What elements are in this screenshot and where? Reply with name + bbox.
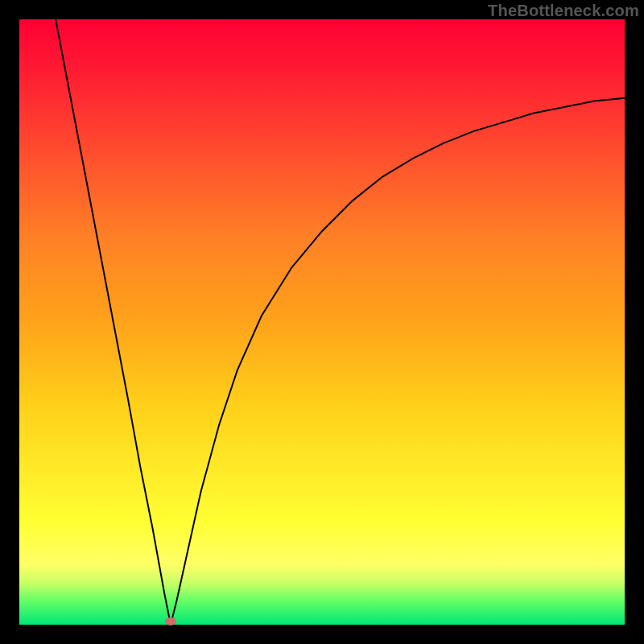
right-branch-path xyxy=(171,98,625,625)
chart-frame: TheBottleneck.com xyxy=(0,0,644,644)
left-branch-path xyxy=(56,19,171,625)
curve-svg xyxy=(19,19,625,625)
min-marker xyxy=(165,617,176,625)
watermark-text: TheBottleneck.com xyxy=(488,2,639,20)
plot-area xyxy=(19,19,625,625)
